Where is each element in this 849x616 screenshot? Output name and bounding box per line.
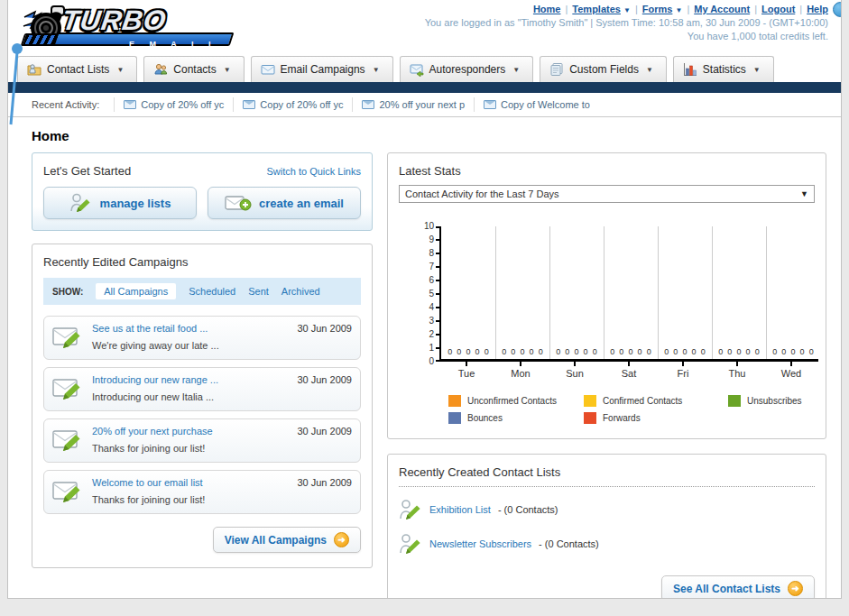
- legend-color-swatch: [448, 412, 461, 424]
- campaign-subtitle: Thanks for joining our list!: [92, 443, 205, 454]
- contact-folder-icon: [27, 62, 42, 77]
- y-axis-tick-label: 10: [416, 221, 434, 231]
- recent-activity-item[interactable]: Copy of Welcome to: [474, 97, 599, 112]
- nav-link-home[interactable]: Home: [533, 4, 561, 14]
- tab-custom-fields[interactable]: Custom Fields▼: [540, 56, 667, 82]
- chart-value-label: 0: [574, 347, 578, 356]
- y-axis-tick-mark: [436, 239, 439, 241]
- chart-value-label: 0: [772, 347, 777, 356]
- envelope-pencil-icon: [52, 426, 85, 453]
- envelope-icon: [124, 100, 136, 109]
- tab-label: Email Campaigns: [281, 63, 365, 76]
- right-column: Latest Stats Contact Activity for the La…: [387, 152, 826, 599]
- campaign-title-link[interactable]: Introducing our new range ...: [92, 374, 290, 385]
- recent-activity-item[interactable]: 20% off your next p: [352, 97, 474, 112]
- view-all-campaigns-label: View All Campaigns: [225, 534, 327, 547]
- filter-archived[interactable]: Archived: [281, 286, 320, 297]
- contact-list-item: Newsletter Subscribers- (0 Contacts): [399, 527, 815, 561]
- chevron-down-icon: ▼: [646, 66, 653, 74]
- contact-list-link[interactable]: Newsletter Subscribers: [429, 538, 531, 549]
- switch-to-quick-links[interactable]: Switch to Quick Links: [266, 166, 361, 177]
- manage-lists-button[interactable]: manage lists: [43, 187, 197, 219]
- chart-day-value-group: 00000: [714, 347, 764, 356]
- chart-value-label: 0: [746, 347, 751, 356]
- view-all-campaigns-button[interactable]: View All Campaigns ➜: [213, 527, 361, 553]
- turbo-email-logo: TURBO E M A I L: [15, 3, 241, 50]
- recent-activity-item[interactable]: Copy of 20% off yc: [114, 97, 233, 112]
- chart-value-label: 0: [664, 347, 669, 356]
- x-axis-day-label: Sun: [548, 368, 602, 379]
- contact-list-link[interactable]: Exhibition List: [429, 504, 491, 515]
- campaign-title-link[interactable]: 20% off your next purchase: [92, 426, 290, 437]
- nav-link-my-account[interactable]: My Account: [694, 4, 750, 14]
- tab-contact-lists[interactable]: Contact Lists▼: [17, 56, 137, 82]
- x-axis-tick-mark: [520, 362, 521, 366]
- dropdown-arrow-icon: ▼: [675, 6, 682, 14]
- chevron-down-icon: ▼: [373, 66, 380, 74]
- nav-link-forms[interactable]: Forms: [642, 4, 673, 14]
- y-axis-tick-label: 6: [416, 275, 434, 285]
- tab-email-campaigns[interactable]: Email Campaigns▼: [251, 56, 393, 82]
- tab-autoresponders[interactable]: Autoresponders▼: [400, 56, 534, 82]
- tab-contacts[interactable]: Contacts▼: [143, 56, 244, 82]
- y-axis-tick-mark: [436, 253, 439, 254]
- x-axis-day-label: Fri: [656, 368, 710, 379]
- tab-statistics[interactable]: Statistics▼: [673, 56, 774, 82]
- chart-day-value-group: 00000: [551, 347, 602, 356]
- stats-period-dropdown[interactable]: Contact Activity for the Last 7 Days ▼: [399, 185, 815, 203]
- chart-day-value-group: 00000: [660, 347, 710, 356]
- statistics-chart-icon: [683, 62, 697, 77]
- legend-item: Unsubscribes: [728, 395, 842, 407]
- filter-scheduled[interactable]: Scheduled: [189, 286, 235, 297]
- contact-list-items: Exhibition List- (0 Contacts)Newsletter …: [399, 492, 815, 561]
- chart-value-label: 0: [565, 347, 569, 356]
- chart-value-label: 0: [556, 347, 560, 356]
- chart-gridline: [766, 226, 767, 359]
- filter-sent[interactable]: Sent: [248, 286, 269, 297]
- logged-in-status: You are logged in as "Timothy Smith" | S…: [425, 17, 828, 28]
- chart-gridline: [712, 226, 713, 359]
- nav-link-help[interactable]: Help: [807, 4, 828, 14]
- envelope-icon: [484, 100, 496, 109]
- filter-all-campaigns[interactable]: All Campaigns: [96, 283, 176, 299]
- campaign-filter-bar: SHOW: All Campaigns Scheduled Sent Archi…: [43, 278, 361, 305]
- dropdown-arrow-icon: ▼: [623, 6, 631, 14]
- tab-label: Statistics: [703, 63, 746, 76]
- chart-value-label: 0: [457, 347, 461, 356]
- tab-label: Contact Lists: [47, 63, 109, 76]
- x-axis-tick-mark: [574, 362, 576, 366]
- create-email-button[interactable]: create an email: [208, 187, 361, 219]
- manage-lists-label: manage lists: [100, 197, 171, 210]
- chevron-down-icon: ▼: [512, 66, 520, 74]
- person-pencil-icon: [399, 498, 422, 521]
- y-axis-tick-mark: [436, 293, 439, 295]
- nav-link-logout[interactable]: Logout: [761, 4, 795, 14]
- contact-list-count: - (0 Contacts): [498, 504, 558, 515]
- chart-value-label: 0: [701, 347, 706, 356]
- campaign-title-link[interactable]: See us at the retail food ...: [92, 323, 290, 334]
- y-axis-tick-label: 4: [416, 302, 434, 312]
- chart-value-label: 0: [755, 347, 760, 356]
- contact-activity-chart: 0123456789100000000000000000000000000000…: [399, 226, 815, 424]
- custom-fields-pages-icon: [549, 62, 564, 77]
- recent-activity-item[interactable]: Copy of 20% off yc: [233, 97, 352, 112]
- chart-value-label: 0: [511, 347, 515, 356]
- latest-stats-panel: Latest Stats Contact Activity for the La…: [387, 152, 826, 439]
- recently-edited-campaigns-panel: Recently Edited Campaigns SHOW: All Camp…: [32, 244, 373, 568]
- chart-value-label: 0: [781, 347, 786, 356]
- chart-value-label: 0: [466, 347, 470, 356]
- x-axis-tick-mark: [790, 362, 792, 366]
- recent-activity-label: Recent Activity:: [32, 99, 99, 110]
- campaign-title-link[interactable]: Welcome to our email list: [92, 477, 290, 488]
- main-nav-tabs: Contact Lists▼ Contacts▼ Email Campaigns…: [8, 56, 841, 82]
- legend-series-name: Bounces: [467, 413, 503, 423]
- y-axis-tick-mark: [436, 226, 439, 228]
- x-axis-day-label: Sat: [602, 368, 656, 379]
- see-all-contact-lists-button[interactable]: See All Contact Lists ➜: [661, 575, 815, 599]
- envelope-pencil-icon: [52, 477, 85, 504]
- app-window: TURBO E M A I L Home|Templates ▼|Forms ▼…: [7, 0, 842, 599]
- legend-series-name: Unsubscribes: [747, 396, 802, 406]
- go-arrow-icon: ➜: [788, 581, 803, 596]
- chart-gridline: [495, 226, 496, 359]
- nav-link-templates[interactable]: Templates: [572, 4, 621, 14]
